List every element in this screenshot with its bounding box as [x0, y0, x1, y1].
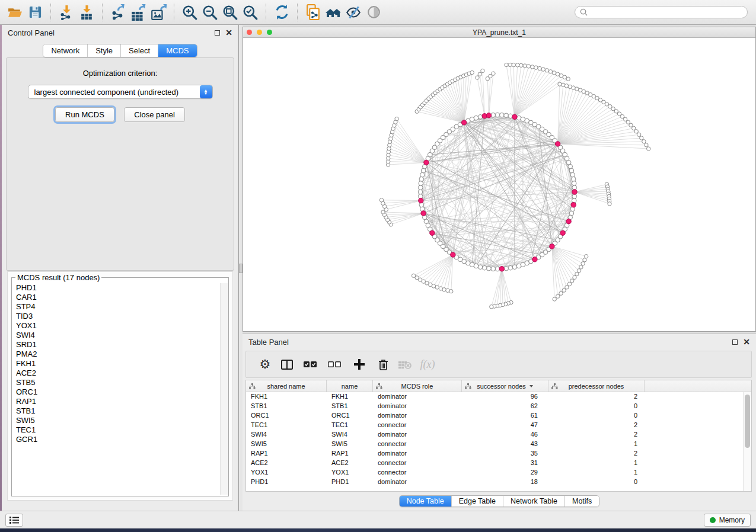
table-row[interactable]: ORC1ORC1dominator610	[246, 411, 743, 421]
import-table-from-file-icon[interactable]	[76, 2, 97, 23]
graph-ring-node[interactable]	[418, 185, 423, 190]
graph-ring-node[interactable]	[478, 265, 483, 270]
mcds-result-item[interactable]: PMA2	[12, 350, 219, 359]
mcds-result-item[interactable]: TEC1	[12, 425, 219, 435]
graph-leaf-node[interactable]	[470, 70, 474, 74]
destroy-view-icon[interactable]	[343, 2, 363, 23]
open-session-icon[interactable]	[5, 2, 25, 23]
graph-ring-node[interactable]	[474, 116, 479, 120]
export-image-icon[interactable]	[148, 2, 168, 23]
graph-mcds-hub-node[interactable]	[555, 142, 560, 146]
show-column-panel-icon[interactable]	[276, 355, 298, 373]
graph-leaf-node[interactable]	[575, 272, 579, 275]
graph-leaf-node[interactable]	[637, 133, 640, 136]
close-panel-icon[interactable]: ✕	[225, 30, 232, 36]
graph-mcds-hub-node[interactable]	[424, 160, 429, 165]
mcds-list-scrollbar[interactable]	[220, 283, 228, 495]
mcds-result-item[interactable]: PHD1	[12, 283, 219, 293]
show-hide-graphics-icon[interactable]	[363, 2, 384, 23]
graph-leaf-node[interactable]	[579, 265, 583, 269]
column-header-successor-nodes[interactable]: successor nodes	[462, 380, 548, 392]
table-scrollbar[interactable]	[743, 392, 751, 491]
table-scrollbar-thumb[interactable]	[745, 395, 750, 448]
mcds-result-item[interactable]: ORC1	[12, 387, 219, 397]
graph-ring-node[interactable]	[570, 172, 575, 177]
table-row[interactable]: SWI5SWI5connector431	[246, 440, 743, 449]
graph-ring-node[interactable]	[504, 113, 509, 118]
graph-mcds-hub-node[interactable]	[571, 203, 576, 207]
create-column-plus-icon[interactable]	[347, 355, 372, 373]
mcds-result-item[interactable]: TID3	[12, 312, 219, 321]
graph-leaf-node[interactable]	[573, 275, 576, 279]
graph-leaf-node[interactable]	[647, 147, 650, 150]
table-row[interactable]: SWI4SWI4dominator462	[246, 430, 743, 440]
graph-leaf-node[interactable]	[527, 65, 530, 68]
new-network-from-selection-icon[interactable]	[303, 2, 323, 23]
graph-leaf-node[interactable]	[490, 305, 493, 309]
first-neighbors-icon[interactable]	[323, 2, 343, 23]
graph-mcds-hub-node[interactable]	[512, 114, 517, 119]
zoom-out-icon[interactable]	[200, 2, 220, 23]
graph-leaf-node[interactable]	[519, 63, 523, 67]
graph-ring-node[interactable]	[572, 181, 576, 186]
memory-button[interactable]: Memory	[704, 514, 751, 527]
graph-ring-node[interactable]	[495, 113, 500, 117]
graph-leaf-node[interactable]	[541, 68, 545, 71]
graph-leaf-node[interactable]	[632, 126, 636, 130]
tab-select[interactable]: Select	[120, 44, 158, 57]
graph-leaf-node[interactable]	[577, 269, 580, 273]
graph-ring-node[interactable]	[487, 266, 492, 271]
graph-leaf-node[interactable]	[566, 77, 570, 81]
mcds-result-list[interactable]: PHD1CAR1STP4TID3YOX1SWI4SRD1PMA2FKH1ACE2…	[12, 283, 219, 495]
graph-mcds-hub-node[interactable]	[560, 230, 565, 235]
search-box[interactable]	[575, 6, 748, 18]
graph-leaf-node[interactable]	[562, 289, 566, 292]
graph-leaf-node[interactable]	[381, 210, 385, 214]
graph-leaf-node[interactable]	[552, 71, 556, 75]
graph-leaf-node[interactable]	[570, 279, 574, 283]
select-all-columns-icon[interactable]	[298, 355, 322, 373]
graph-mcds-hub-node[interactable]	[419, 198, 423, 203]
table-row[interactable]: TEC1TEC1connector472	[246, 421, 743, 430]
graph-mcds-hub-node[interactable]	[550, 244, 554, 249]
graph-leaf-node[interactable]	[553, 297, 556, 301]
graph-ring-node[interactable]	[482, 265, 487, 270]
column-header-predecessor-nodes[interactable]: predecessor nodes	[548, 380, 645, 392]
mcds-result-item[interactable]: SWI4	[12, 331, 219, 340]
graph-ring-node[interactable]	[491, 267, 496, 271]
graph-mcds-hub-node[interactable]	[421, 211, 426, 216]
graph-leaf-node[interactable]	[634, 130, 638, 133]
mcds-result-item[interactable]: CAR1	[12, 293, 219, 302]
close-table-panel-icon[interactable]: ✕	[743, 339, 750, 345]
mcds-result-item[interactable]: ACE2	[12, 368, 219, 378]
table-row[interactable]: ACE2ACE2connector311	[246, 459, 743, 468]
table-row[interactable]: FKH1FKH1dominator962	[246, 392, 743, 402]
import-network-from-file-icon[interactable]	[56, 2, 76, 23]
graph-leaf-node[interactable]	[449, 290, 453, 293]
graph-leaf-node[interactable]	[492, 72, 495, 75]
mcds-result-item[interactable]: YOX1	[12, 321, 219, 331]
graph-mcds-hub-node[interactable]	[461, 120, 466, 125]
graph-leaf-node[interactable]	[581, 262, 585, 265]
table-row[interactable]: STB1STB1dominator620	[246, 402, 743, 411]
graph-leaf-node[interactable]	[545, 69, 548, 72]
graph-leaf-node[interactable]	[531, 65, 534, 69]
graph-leaf-node[interactable]	[629, 123, 633, 127]
network-canvas[interactable]	[243, 38, 755, 331]
zoom-selected-icon[interactable]	[240, 2, 260, 23]
mcds-result-item[interactable]: STB5	[12, 378, 219, 387]
graph-mcds-hub-node[interactable]	[572, 190, 577, 194]
table-row[interactable]: YOX1YOX1connector291	[246, 468, 743, 477]
graph-ring-node[interactable]	[419, 177, 424, 181]
table-row[interactable]: RAP1RAP1dominator352	[246, 449, 743, 459]
graph-leaf-node[interactable]	[608, 202, 611, 206]
graph-leaf-node[interactable]	[583, 258, 586, 262]
column-header-shared-name[interactable]: shared name	[246, 380, 327, 392]
zoom-in-icon[interactable]	[180, 2, 200, 23]
graph-ring-node[interactable]	[508, 265, 513, 270]
graph-leaf-node[interactable]	[379, 198, 383, 202]
deselect-all-columns-icon[interactable]	[322, 355, 347, 373]
graph-leaf-node[interactable]	[642, 140, 646, 143]
graph-leaf-node[interactable]	[478, 72, 481, 76]
graph-leaf-node[interactable]	[508, 63, 512, 66]
